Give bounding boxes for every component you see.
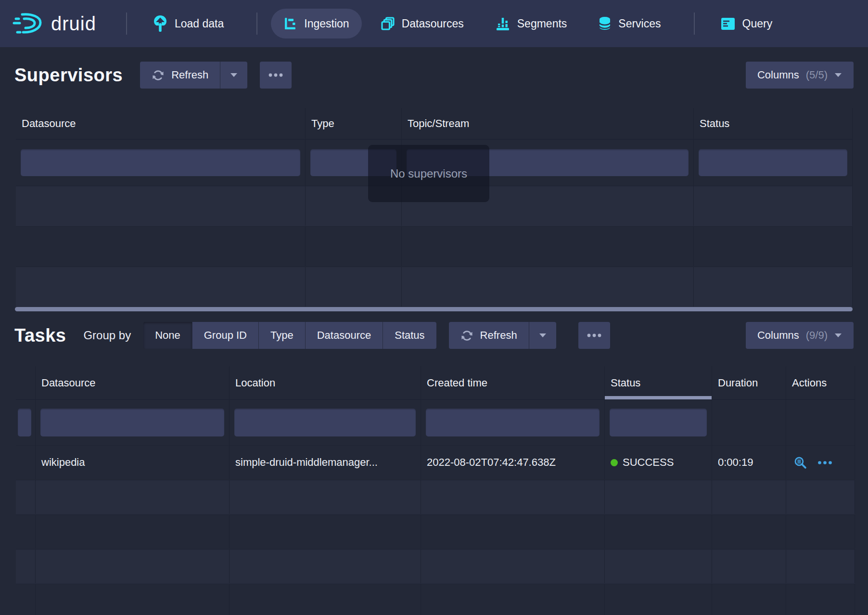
datasource-filter-input[interactable] [40,409,224,436]
nav-divider [256,13,257,35]
empty-row [16,267,853,307]
nav-item-services[interactable]: Services [586,9,673,38]
column-header-created-time[interactable]: Created time [421,366,605,399]
chevron-down-icon [230,73,238,77]
group-by-segmented: None Group ID Type Datasource Status [143,322,436,349]
column-header-duration[interactable]: Duration [712,366,786,399]
supervisors-table-header: Datasource Type Topic/Stream Status [16,108,853,140]
created-time-filter-input[interactable] [426,409,600,436]
columns-label: Columns [757,69,799,81]
row-filter-input[interactable] [18,409,31,436]
status-success-dot [611,459,618,466]
column-header-status[interactable]: Status [694,108,853,139]
tasks-title: Tasks [14,325,66,346]
more-icon [268,73,283,77]
tasks-refresh-button[interactable]: Refresh [449,322,529,349]
column-header-datasource[interactable]: Datasource [36,366,230,399]
nav-item-label: Services [618,17,661,30]
druid-logo-icon [13,12,44,35]
supervisors-columns-button[interactable]: Columns (5/5) [746,62,854,89]
task-details-magnifier-icon[interactable] [794,456,807,469]
task-actions-more-icon[interactable] [817,461,832,465]
status-filter-input[interactable] [699,149,847,176]
refresh-label: Refresh [480,329,517,342]
columns-count: (9/9) [806,329,828,342]
group-by-group-id-button[interactable]: Group ID [192,322,259,349]
group-by-label: Group by [83,329,131,342]
datasources-icon [381,17,395,30]
task-duration-cell: 0:00:19 [712,446,786,479]
nav-item-query[interactable]: Query [708,9,785,38]
tasks-table: Datasource Location Created time Status … [16,366,855,615]
tasks-table-header: Datasource Location Created time Status … [16,366,855,400]
chevron-down-icon [834,73,842,77]
druid-logo[interactable]: druid [13,12,96,35]
nav-item-load-data[interactable]: Load data [140,9,236,38]
refresh-icon [152,69,165,82]
supervisors-refresh-caret-button[interactable] [220,62,247,89]
group-by-status-button[interactable]: Status [383,322,436,349]
task-datasource-cell: wikipedia [36,446,230,479]
nav-item-ingestion[interactable]: Ingestion [271,9,361,38]
column-header-blank [16,366,36,399]
top-nav: druid Load data Ingestio [0,0,868,47]
supervisors-refresh-split: Refresh [140,62,247,89]
supervisors-more-button[interactable] [260,62,292,89]
type-filter-input[interactable] [310,149,396,176]
supervisors-title: Supervisors [14,65,123,86]
nav-divider [694,13,695,35]
status-filter-input[interactable] [610,409,707,436]
datasource-filter-input[interactable] [21,149,300,176]
tasks-columns-button[interactable]: Columns (9/9) [746,322,854,349]
empty-row [16,514,855,549]
columns-count: (5/5) [806,69,828,81]
tasks-toolbar: Tasks Group by None Group ID Type Dataso… [0,322,868,349]
empty-row [16,226,853,267]
nav-item-label: Query [742,17,773,30]
supervisors-horizontal-scrollbar[interactable] [15,307,853,311]
tasks-more-button[interactable] [578,322,610,349]
nav-item-datasources[interactable]: Datasources [369,9,476,38]
supervisors-toolbar: Supervisors Refresh [0,62,868,89]
more-icon [587,333,602,338]
supervisors-refresh-button[interactable]: Refresh [140,62,220,89]
topic-stream-filter-input[interactable] [407,149,689,176]
location-filter-input[interactable] [234,409,416,436]
group-by-none-button[interactable]: None [143,322,192,349]
group-by-type-button[interactable]: Type [259,322,306,349]
column-header-actions[interactable]: Actions [786,366,855,399]
task-row-wikipedia[interactable]: wikipedia simple-druid-middlemanager... … [16,445,855,480]
task-status-cell: SUCCESS [605,446,712,479]
column-header-type[interactable]: Type [306,108,402,139]
status-badge: SUCCESS [623,456,674,469]
nav-divider [126,13,127,35]
empty-row [16,584,855,615]
tasks-filter-row [16,400,855,445]
load-data-icon [153,15,167,32]
column-header-datasource[interactable]: Datasource [16,108,306,139]
column-header-topic-stream[interactable]: Topic/Stream [402,108,694,139]
supervisors-table: Datasource Type Topic/Stream Status No s… [16,108,853,307]
services-icon [599,16,611,31]
nav-item-segments[interactable]: Segments [483,9,580,38]
refresh-icon [460,329,473,342]
query-icon [721,17,735,30]
tasks-refresh-caret-button[interactable] [529,322,556,349]
column-header-status[interactable]: Status [605,366,712,399]
group-by-datasource-button[interactable]: Datasource [306,322,383,349]
segments-icon [496,16,510,31]
empty-row [16,186,853,226]
column-header-location[interactable]: Location [230,366,421,399]
nav-item-label: Segments [517,17,567,30]
nav-item-label: Load data [175,17,224,30]
supervisors-filter-row [16,140,853,186]
nav-item-label: Datasources [402,17,464,30]
chevron-down-icon [834,333,842,338]
ingestion-icon [283,17,297,30]
columns-label: Columns [757,329,799,342]
task-location-cell: simple-druid-middlemanager... [230,446,421,479]
nav-item-label: Ingestion [304,17,349,30]
brand-name: druid [51,13,96,35]
tasks-refresh-split: Refresh [449,322,556,349]
empty-row [16,549,855,584]
